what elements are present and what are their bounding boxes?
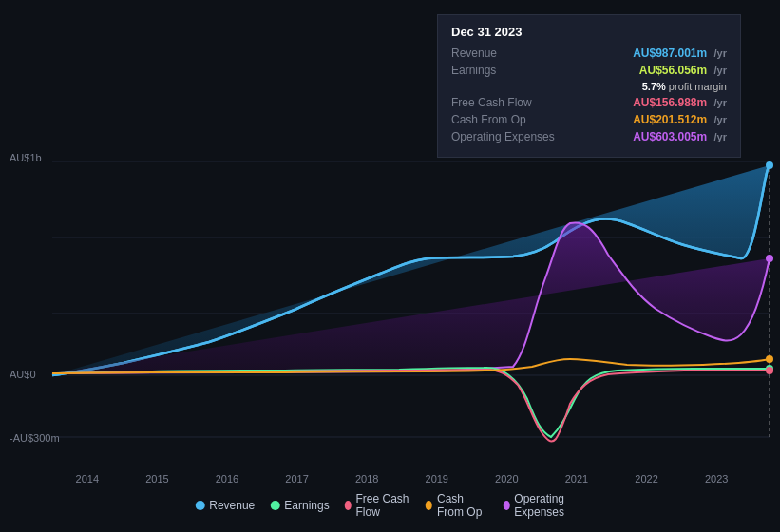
y-label-bot: -AU$300m: [10, 432, 60, 444]
tooltip-profit-margin-row: 5.7% profit margin: [451, 81, 727, 92]
y-label-top: AU$1b: [10, 152, 42, 163]
legend-item-fcf[interactable]: Free Cash Flow: [345, 492, 411, 519]
legend-item-earnings[interactable]: Earnings: [270, 499, 329, 512]
legend-label-earnings: Earnings: [284, 499, 329, 512]
chart-container: AU$1b AU$0 -AU$300m Dec 31 2023 Revenue …: [0, 0, 780, 532]
cashfromop-dot: [766, 355, 773, 363]
x-label-2022: 2022: [635, 473, 657, 484]
tooltip-row-opexp: Operating Expenses AU$603.005m /yr: [451, 130, 727, 143]
tooltip-label-earnings: Earnings: [451, 64, 575, 77]
tooltip-label-fcf: Free Cash Flow: [451, 96, 575, 109]
x-label-2021: 2021: [565, 473, 588, 484]
legend: Revenue Earnings Free Cash Flow Cash Fro…: [195, 492, 585, 519]
opexp-dot: [766, 255, 773, 262]
legend-dot-earnings: [270, 501, 279, 510]
legend-item-opexp[interactable]: Operating Expenses: [503, 492, 584, 519]
profit-margin-text: 5.7% profit margin: [642, 81, 727, 92]
tooltip-row-revenue: Revenue AU$987.001m /yr: [451, 47, 727, 60]
tooltip-value-cashfromop: AU$201.512m /yr: [633, 113, 727, 126]
y-label-mid: AU$0: [10, 369, 36, 380]
legend-dot-revenue: [195, 501, 204, 510]
legend-label-opexp: Operating Expenses: [514, 492, 584, 519]
tooltip-label-revenue: Revenue: [451, 47, 575, 60]
legend-dot-cashfromop: [426, 501, 432, 510]
x-label-2020: 2020: [495, 473, 518, 484]
legend-label-fcf: Free Cash Flow: [355, 492, 410, 519]
tooltip-row-cashfromop: Cash From Op AU$201.512m /yr: [451, 113, 727, 126]
tooltip-row-fcf: Free Cash Flow AU$156.988m /yr: [451, 96, 727, 109]
x-label-2014: 2014: [76, 473, 99, 484]
x-label-2016: 2016: [216, 473, 238, 484]
fcf-dot: [766, 367, 773, 374]
tooltip-value-earnings: AU$56.056m /yr: [639, 64, 727, 77]
tooltip-label-opexp: Operating Expenses: [451, 130, 575, 143]
tooltip-value-revenue: AU$987.001m /yr: [633, 47, 727, 60]
legend-label-cashfromop: Cash From Op: [437, 492, 488, 519]
x-label-2019: 2019: [426, 473, 448, 484]
x-axis-labels: 2014 2015 2016 2017 2018 2019 2020 2021 …: [0, 473, 780, 484]
tooltip-label-cashfromop: Cash From Op: [451, 113, 575, 126]
legend-dot-fcf: [345, 501, 352, 510]
tooltip-value-fcf: AU$156.988m /yr: [633, 96, 727, 109]
tooltip-row-earnings: Earnings AU$56.056m /yr: [451, 64, 727, 77]
x-label-2015: 2015: [145, 473, 168, 484]
revenue-dot: [766, 162, 773, 169]
tooltip-box: Dec 31 2023 Revenue AU$987.001m /yr Earn…: [437, 14, 741, 158]
x-label-2023: 2023: [705, 473, 728, 484]
legend-item-cashfromop[interactable]: Cash From Op: [426, 492, 487, 519]
tooltip-date: Dec 31 2023: [451, 25, 727, 39]
legend-dot-opexp: [503, 501, 509, 510]
tooltip-value-opexp: AU$603.005m /yr: [633, 130, 727, 143]
x-label-2017: 2017: [285, 473, 308, 484]
legend-item-revenue[interactable]: Revenue: [195, 499, 255, 512]
x-label-2018: 2018: [355, 473, 378, 484]
legend-label-revenue: Revenue: [209, 499, 255, 512]
